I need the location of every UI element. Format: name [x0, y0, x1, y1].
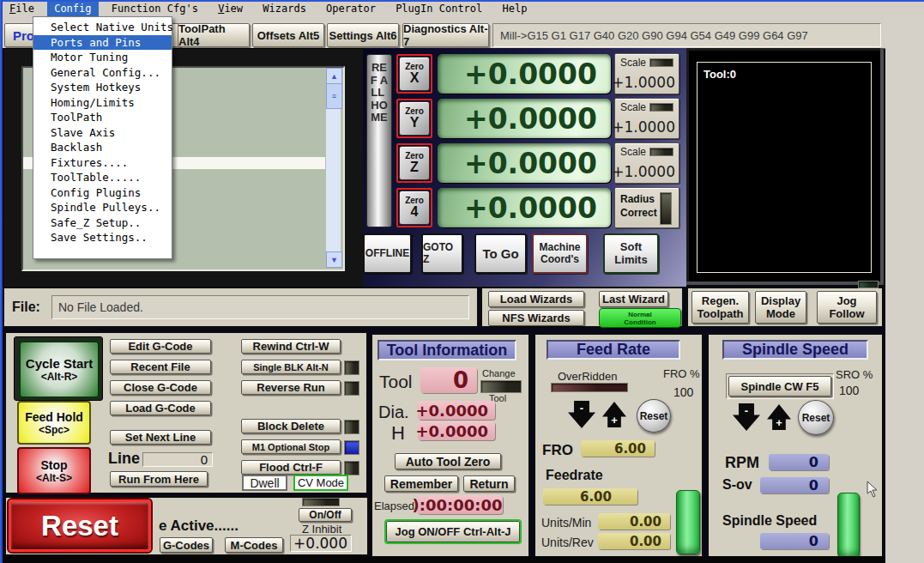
sov-field[interactable]: 0 — [760, 477, 829, 493]
menu-item-system-hotkeys[interactable]: System Hotkeys — [33, 80, 172, 95]
single-blk-button[interactable]: Single BLK Alt-N — [241, 360, 341, 374]
close-gcode-button[interactable]: Close G-Code — [110, 380, 211, 395]
last-wizard-button[interactable]: Last Wizard — [599, 291, 668, 307]
dro-z-readout[interactable]: +0.0000 — [438, 143, 611, 183]
rpm-field[interactable]: 0 — [769, 454, 829, 470]
spindle-speed-field[interactable]: 0 — [760, 533, 829, 549]
menu-item-motor-tuning[interactable]: Motor Tuning — [33, 50, 172, 65]
reset-button[interactable]: Reset — [9, 499, 151, 552]
block-delete-button[interactable]: Block Delete — [241, 419, 341, 433]
line-number-field[interactable]: 0 — [142, 452, 213, 467]
normal-condition-button[interactable]: Normal Condition — [599, 308, 681, 328]
soft-limits-button[interactable]: Soft Limits — [603, 233, 659, 274]
menu-item-general-config[interactable]: General Config... — [33, 65, 172, 81]
menu-item-select-native-units[interactable]: Select Native Units — [33, 20, 172, 35]
display-mode-button[interactable]: Display Mode — [755, 291, 806, 324]
dro-y-readout[interactable]: +0.0000 — [438, 99, 611, 138]
scale-y-panel[interactable]: Scale +1.0000 — [614, 98, 679, 139]
m1-optional-stop-button[interactable]: M1 Optional Stop — [241, 439, 341, 454]
z-inhibit-onoff-button[interactable]: On/Off — [299, 508, 352, 522]
tool-number-field[interactable]: 0 — [420, 367, 477, 393]
rewind-button[interactable]: Rewind Ctrl-W — [241, 339, 341, 354]
spindle-reset-button[interactable]: Reset — [798, 400, 834, 435]
menu-item-tooltable[interactable]: ToolTable..... — [33, 170, 172, 185]
menu-item-toolpath[interactable]: ToolPath — [33, 110, 172, 125]
menu-item-config-plugins[interactable]: Config Plugins — [33, 185, 172, 201]
machine-coords-button[interactable]: Machine Coord's — [532, 233, 588, 274]
offline-button[interactable]: OFFLINE — [363, 233, 412, 274]
set-next-line-button[interactable]: Set Next Line — [110, 430, 211, 445]
file-name-field[interactable]: No File Loaded. — [51, 295, 469, 319]
jog-onoff-button[interactable]: Jog ON/OFF Ctrl-Alt-J — [386, 521, 520, 542]
cv-mode-indicator[interactable]: CV Mode — [293, 475, 348, 491]
h-field[interactable]: +0.0000 — [418, 421, 495, 440]
zero-y-button[interactable]: ZeroY — [396, 99, 432, 138]
gcodes-button[interactable]: G-Codes — [160, 537, 213, 553]
units-min-field[interactable]: 0.00 — [598, 513, 670, 530]
spindle-cw-button[interactable]: Spindle CW F5 — [728, 376, 831, 397]
tab-offsets[interactable]: Offsets Alt5 — [252, 23, 324, 47]
goto-z-button[interactable]: GOTO Z — [421, 233, 463, 274]
dro-x-readout[interactable]: +0.0000 — [438, 54, 611, 94]
run-from-here-button[interactable]: Run From Here — [110, 471, 208, 487]
menu-config[interactable]: Config — [47, 2, 98, 16]
feed-hold-button[interactable]: Feed Hold <Spc> — [17, 401, 91, 445]
menu-item-homing-limits[interactable]: Homing/Limits — [33, 95, 172, 111]
scroll-up-icon[interactable]: ▲ — [326, 68, 342, 84]
tab-toolpath[interactable]: ToolPath Alt4 — [178, 23, 250, 47]
dro-4-readout[interactable]: +0.0000 — [438, 188, 611, 227]
flood-button[interactable]: Flood Ctrl-F — [241, 460, 341, 475]
z-inhibit-value-field[interactable]: +0.000 — [290, 535, 352, 552]
units-rev-field[interactable]: 0.00 — [598, 533, 670, 549]
edit-gcode-button[interactable]: Edit G-Code — [110, 339, 211, 354]
menu-wizards[interactable]: Wizards — [256, 2, 313, 16]
load-gcode-button[interactable]: Load G-Code — [110, 401, 211, 415]
radius-correct-button[interactable]: Radius Correct — [614, 187, 679, 228]
remember-button[interactable]: Remember — [384, 475, 458, 492]
auto-tool-zero-button[interactable]: Auto Tool Zero — [395, 453, 501, 469]
menu-help[interactable]: Help — [496, 2, 534, 16]
zero-4-button[interactable]: Zero4 — [396, 188, 432, 227]
menu-item-fixtures[interactable]: Fixtures.... — [33, 155, 172, 171]
load-wizards-button[interactable]: Load Wizards — [488, 291, 584, 307]
scale-x-panel[interactable]: Scale +1.0000 — [614, 53, 679, 94]
menu-view[interactable]: View — [211, 2, 250, 16]
scroll-down-icon[interactable]: ▼ — [326, 251, 342, 268]
menu-plugin-control[interactable]: PlugIn Control — [389, 2, 489, 16]
menu-operator[interactable]: Operator — [319, 2, 383, 16]
menu-function-cfgs[interactable]: Function Cfg's — [105, 2, 205, 16]
menu-item-safe-z-setup[interactable]: Safe_Z Setup.. — [33, 215, 172, 231]
tab-settings[interactable]: Settings Alt6 — [327, 23, 399, 47]
menu-item-slave-axis[interactable]: Slave Axis — [33, 125, 172, 141]
jog-follow-button[interactable]: Jog Follow — [817, 291, 877, 324]
menu-file[interactable]: File — [3, 2, 41, 16]
menu-item-backlash[interactable]: Backlash — [33, 140, 172, 155]
nfs-wizards-button[interactable]: NFS Wizards — [488, 310, 584, 326]
menu-item-ports-and-pins[interactable]: Ports and Pins — [33, 35, 172, 51]
return-button[interactable]: Return — [463, 475, 515, 492]
zero-z-button[interactable]: ZeroZ — [396, 143, 432, 183]
feedrate-field[interactable]: 6.00 — [543, 488, 637, 505]
zero-x-button[interactable]: ZeroX — [396, 54, 432, 94]
regen-toolpath-button[interactable]: Regen. Toolpath — [691, 291, 749, 324]
spindle-slider[interactable] — [837, 493, 860, 558]
to-go-button[interactable]: To Go — [474, 233, 527, 274]
feed-reset-button[interactable]: Reset — [637, 399, 671, 433]
change-tool-button[interactable] — [480, 380, 522, 393]
dia-field[interactable]: +0.0000 — [418, 401, 495, 420]
config-dropdown-menu: Select Native Units Ports and Pins Motor… — [33, 16, 172, 259]
stop-button[interactable]: Stop <Alt-S> — [17, 447, 91, 494]
reverse-run-button[interactable]: Reverse Run — [241, 380, 341, 395]
tab-diagnostics[interactable]: Diagnostics Alt-7 — [402, 23, 489, 47]
fro-field[interactable]: 6.00 — [581, 440, 655, 457]
soft-limits-line1: Soft — [620, 241, 642, 254]
feedrate-slider[interactable] — [676, 490, 700, 554]
menu-item-save-settings[interactable]: Save Settings.. — [33, 230, 172, 245]
menu-item-spindle-pulleys[interactable]: Spindle Pulleys.. — [33, 200, 172, 215]
recent-file-button[interactable]: Recent File — [110, 360, 211, 374]
ref-all-home-button[interactable]: REF ALL HOME — [366, 54, 392, 227]
scrollbar-thumb[interactable]: ≡ — [326, 83, 342, 109]
cycle-start-button[interactable]: Cycle Start <Alt-R> — [19, 341, 100, 398]
mcodes-button[interactable]: M-Codes — [225, 537, 283, 553]
scale-z-panel[interactable]: Scale +1.0000 — [614, 142, 679, 184]
